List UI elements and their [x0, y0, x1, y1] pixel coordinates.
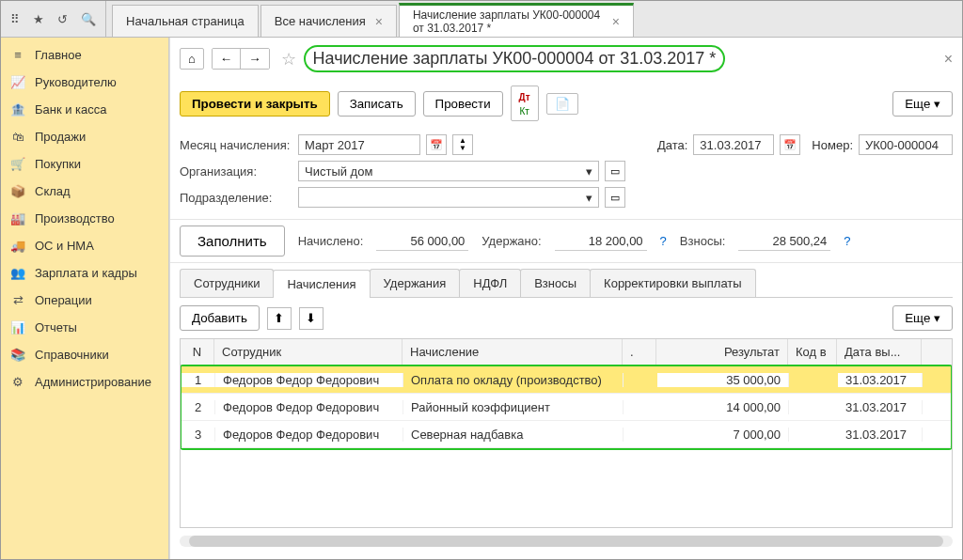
sidebar-item-purchase[interactable]: 🛒Покупки [1, 150, 168, 178]
gear-icon: ⚙ [10, 375, 25, 389]
close-icon[interactable]: × [612, 14, 620, 29]
app-window: ⠿ ★ ↺ 🔍 Начальная страница Все начислени… [0, 0, 963, 560]
body: ≡Главное 📈Руководителю 🏦Банк и касса 🛍Пр… [1, 38, 962, 559]
date-picker-icon[interactable]: 📅 [780, 134, 800, 155]
number-field[interactable]: УК00-000004 [859, 134, 953, 155]
accrued-label: Начислено: [298, 234, 364, 248]
accrued-value: 56 000,00 [376, 232, 468, 251]
subtab-corrections[interactable]: Корректировки выплаты [590, 269, 756, 297]
number-label: Номер: [812, 138, 853, 152]
topbar-icons: ⠿ ★ ↺ 🔍 [1, 1, 106, 37]
dept-open-icon[interactable]: ▭ [605, 187, 625, 208]
col-accrual[interactable]: Начисление [403, 339, 623, 365]
date-label: Дата: [657, 138, 687, 152]
sidebar-item-ops[interactable]: ⇄Операции [1, 287, 168, 314]
tab-current-doc[interactable]: Начисление зарплаты УК00-000004 от 31.03… [399, 3, 634, 37]
subtab-contrib[interactable]: Взносы [520, 269, 591, 297]
table-row[interactable]: 2 Федоров Федор Федорович Районный коэфф… [182, 394, 951, 421]
window-tabs: Начальная страница Все начисления× Начис… [106, 1, 636, 37]
sidebar-item-assets[interactable]: 🚚ОС и НМА [1, 232, 168, 259]
cart-icon: 🛒 [10, 157, 25, 171]
apps-icon[interactable]: ⠿ [10, 12, 20, 26]
col-code[interactable]: Код в [788, 339, 837, 365]
month-stepper[interactable]: ▲▼ [452, 134, 473, 155]
move-up-button[interactable]: ⬆ [267, 307, 292, 330]
close-icon[interactable]: × [375, 14, 383, 29]
save-button[interactable]: Записать [338, 91, 416, 117]
people-icon: 👥 [10, 266, 25, 280]
toolbar: Провести и закрыть Записать Провести ДтК… [170, 80, 962, 127]
subtab-accruals[interactable]: Начисления [273, 270, 370, 298]
box-icon: 📦 [10, 184, 25, 198]
tab-all-accruals[interactable]: Все начисления× [260, 5, 397, 37]
page-title: Начисление зарплаты УК00-000004 от 31.03… [304, 45, 726, 72]
truck-icon: 🚚 [10, 239, 25, 253]
date-field[interactable]: 31.03.2017 [693, 134, 774, 155]
more-button[interactable]: Еще [892, 91, 953, 117]
fill-button[interactable]: Заполнить [180, 226, 285, 257]
forward-button[interactable]: → [241, 49, 268, 69]
close-page-button[interactable]: × [944, 51, 953, 68]
home-button[interactable]: ⌂ [180, 48, 204, 70]
subtab-employees[interactable]: Сотрудники [180, 269, 274, 297]
summary-bar: Заполнить Начислено: 56 000,00 Удержано:… [170, 219, 962, 263]
org-open-icon[interactable]: ▭ [605, 161, 625, 181]
table-row[interactable]: 3 Федоров Федор Федорович Северная надба… [182, 421, 951, 448]
sidebar-item-refs[interactable]: 📚Справочники [1, 341, 168, 368]
help-icon[interactable]: ? [660, 234, 667, 248]
month-label: Месяц начисления: [180, 138, 292, 152]
subtab-ndfl[interactable]: НДФЛ [459, 269, 521, 297]
move-down-button[interactable]: ⬇ [299, 307, 324, 330]
sidebar-item-main[interactable]: ≡Главное [1, 41, 168, 69]
horizontal-scrollbar[interactable] [180, 536, 953, 547]
factory-icon: 🏭 [10, 211, 25, 226]
tab-home[interactable]: Начальная страница [112, 5, 259, 37]
bag-icon: 🛍 [10, 130, 25, 144]
sidebar-item-production[interactable]: 🏭Производство [1, 205, 168, 232]
back-button[interactable]: ← [213, 49, 241, 69]
grid-more-button[interactable]: Еще [892, 305, 953, 331]
bank-icon: 🏦 [10, 102, 25, 117]
sidebar-item-stock[interactable]: 📦Склад [1, 178, 168, 205]
star-icon[interactable]: ★ [33, 12, 44, 26]
sidebar-item-sales[interactable]: 🛍Продажи [1, 123, 168, 150]
withheld-label: Удержано: [482, 234, 541, 248]
dept-field[interactable]: ▾ [298, 187, 599, 208]
sidebar-item-bank[interactable]: 🏦Банк и касса [1, 96, 168, 123]
subtabs: Сотрудники Начисления Удержания НДФЛ Взн… [180, 269, 953, 298]
org-label: Организация: [180, 164, 292, 179]
sidebar-item-reports[interactable]: 📊Отчеты [1, 314, 168, 341]
sidebar-item-salary[interactable]: 👥Зарплата и кадры [1, 259, 168, 287]
books-icon: 📚 [10, 348, 25, 362]
contrib-label: Взносы: [680, 234, 726, 248]
sidebar-item-manager[interactable]: 📈Руководителю [1, 69, 168, 96]
accruals-grid: N Сотрудник Начисление . Результат Код в… [180, 338, 953, 528]
col-result[interactable]: Результат [656, 339, 788, 365]
calendar-icon[interactable]: 📅 [426, 134, 447, 155]
history-icon[interactable]: ↺ [57, 12, 68, 26]
dtkt-button[interactable]: ДтКт [511, 86, 539, 121]
dept-label: Подразделение: [180, 191, 292, 205]
org-field[interactable]: Чистый дом▾ [298, 161, 599, 181]
month-field[interactable]: Март 2017 [298, 134, 420, 155]
col-n[interactable]: N [181, 339, 214, 365]
table-row[interactable]: 1 Федоров Федор Федорович Оплата по окла… [182, 366, 951, 394]
col-ext[interactable]: . [623, 339, 656, 365]
withheld-value: 18 200,00 [555, 232, 647, 251]
favorite-icon[interactable]: ☆ [281, 49, 296, 70]
sidebar-item-admin[interactable]: ⚙Администрирование [1, 368, 168, 396]
post-button[interactable]: Провести [423, 91, 503, 117]
grid-header: N Сотрудник Начисление . Результат Код в… [181, 339, 952, 366]
add-row-button[interactable]: Добавить [180, 305, 260, 331]
menu-icon: ≡ [10, 48, 25, 62]
search-icon[interactable]: 🔍 [81, 12, 96, 26]
attach-button[interactable]: 📄 [546, 93, 578, 115]
post-and-close-button[interactable]: Провести и закрыть [180, 91, 330, 117]
form: Месяц начисления: Март 2017 📅 ▲▼ Дата: 3… [170, 127, 962, 215]
col-employee[interactable]: Сотрудник [214, 339, 403, 365]
col-date[interactable]: Дата вы... [837, 339, 922, 365]
chart-icon: 📈 [10, 75, 25, 89]
subtab-deductions[interactable]: Удержания [370, 269, 461, 297]
help-icon[interactable]: ? [844, 234, 850, 248]
top-bar: ⠿ ★ ↺ 🔍 Начальная страница Все начислени… [1, 1, 962, 38]
